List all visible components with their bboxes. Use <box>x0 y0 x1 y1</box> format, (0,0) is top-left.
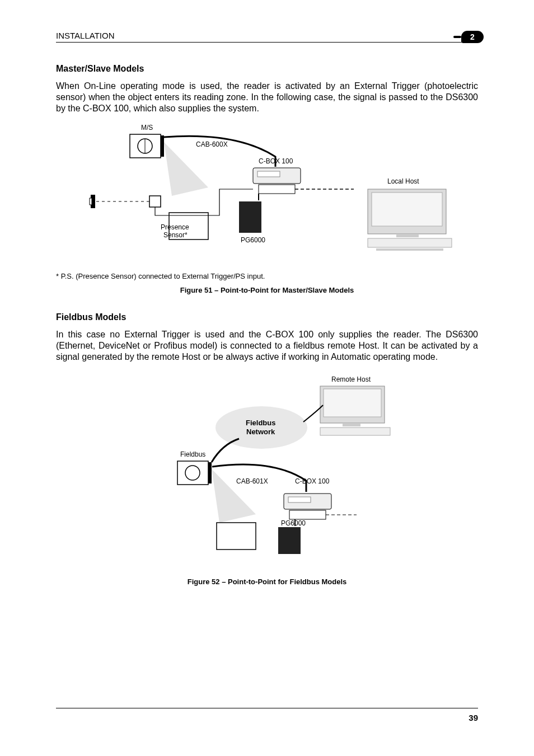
svg-rect-14 <box>239 201 261 233</box>
label-cab601x: CAB-601X <box>236 477 268 485</box>
page-footer: 39 <box>56 708 478 722</box>
figure-52: Remote Host Fieldbus Network Fieldbus CA… <box>56 372 478 564</box>
label-cbox100-2: C-BOX 100 <box>295 477 330 485</box>
label-pg6000-2: PG6000 <box>281 519 306 527</box>
label-presence2: Sensor* <box>163 231 188 239</box>
svg-marker-4 <box>164 142 208 196</box>
figure-51-svg: M/S CAB-600X C-BOX 100 Local Host PG6000… <box>63 123 471 263</box>
svg-rect-21 <box>343 423 360 426</box>
chapter-badge: 2 <box>461 31 484 43</box>
label-localhost: Local Host <box>387 177 419 185</box>
svg-rect-12 <box>368 238 452 247</box>
section2-heading: Fieldbus Models <box>56 312 478 322</box>
figure-51-footnote: * P.S. (Presence Sensor) connected to Ex… <box>56 272 478 280</box>
svg-rect-3 <box>161 135 164 157</box>
section2-paragraph: In this case no External Trigger is used… <box>56 329 478 363</box>
label-fieldbus: Fieldbus <box>180 450 205 458</box>
figure-52-svg: Remote Host Fieldbus Network Fieldbus CA… <box>110 372 424 562</box>
label-fbnet2: Network <box>246 428 275 436</box>
label-cab600x: CAB-600X <box>196 140 228 148</box>
figure-51: M/S CAB-600X C-BOX 100 Local Host PG6000… <box>56 123 478 265</box>
svg-rect-15 <box>149 196 161 207</box>
svg-rect-11 <box>396 234 419 237</box>
svg-rect-18 <box>90 198 92 205</box>
svg-rect-30 <box>288 497 311 503</box>
svg-rect-31 <box>289 510 326 519</box>
chapter-number: 2 <box>470 32 475 41</box>
section1-paragraph: When On-Line operating mode is used, the… <box>56 81 478 114</box>
svg-rect-22 <box>320 428 390 435</box>
svg-rect-10 <box>372 192 442 226</box>
svg-rect-24 <box>177 461 208 485</box>
label-pg6000-1: PG6000 <box>241 236 265 244</box>
label-remotehost: Remote Host <box>331 375 371 383</box>
svg-rect-7 <box>257 171 280 177</box>
page-header: INSTALLATION <box>56 31 478 43</box>
label-presence1: Presence <box>161 223 189 231</box>
figure-51-caption: Figure 51 – Point-to-Point for Master/Sl… <box>56 286 478 294</box>
header-section: INSTALLATION <box>56 31 114 40</box>
section1-heading: Master/Slave Models <box>56 64 478 74</box>
svg-rect-33 <box>278 527 301 554</box>
svg-rect-20 <box>324 389 381 417</box>
label-fbnet1: Fieldbus <box>246 419 275 427</box>
svg-rect-28 <box>217 523 256 550</box>
label-ms: M/S <box>141 124 153 132</box>
figure-52-caption: Figure 52 – Point-to-Point for Fieldbus … <box>56 577 478 586</box>
page-number: 39 <box>469 713 478 722</box>
label-cbox100-1: C-BOX 100 <box>259 157 293 165</box>
svg-rect-8 <box>259 185 295 194</box>
svg-rect-13 <box>376 248 443 251</box>
svg-rect-26 <box>208 462 212 483</box>
